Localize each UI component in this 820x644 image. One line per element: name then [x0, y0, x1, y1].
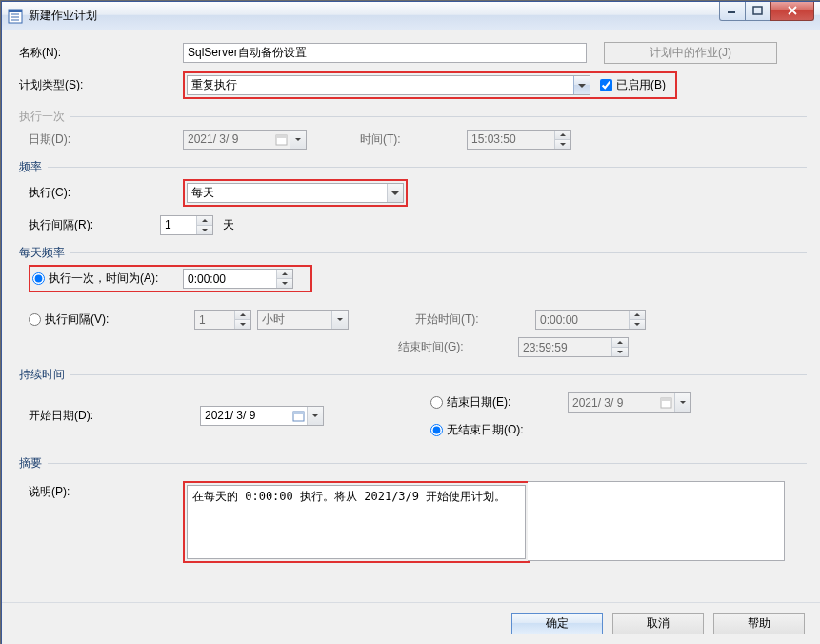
daily-every-unit: 小时: [257, 310, 349, 330]
dialog-content: 名称(N): 计划中的作业(J) 计划类型(S): 重复执行 已启用(B): [2, 30, 820, 644]
recurs-label: 执行间隔(R):: [29, 217, 160, 233]
start-date-label: 开始日期(D):: [29, 408, 183, 424]
svg-rect-6: [753, 7, 762, 14]
recurs-spin[interactable]: 1: [160, 215, 213, 235]
titlebar[interactable]: 新建作业计划: [2, 2, 820, 30]
occurs-label: 执行(C):: [29, 185, 183, 201]
help-button[interactable]: 帮助: [713, 613, 805, 634]
dialog-footer: 确定 取消 帮助: [2, 602, 820, 644]
calendar-icon: [658, 393, 674, 412]
daily-once-time[interactable]: 0:00:00: [183, 269, 293, 289]
window-title: 新建作业计划: [29, 8, 720, 24]
chevron-down-icon[interactable]: [387, 184, 403, 202]
chevron-down-icon: [234, 320, 250, 329]
chevron-up-icon: [629, 311, 645, 320]
daily-end-time: 23:59:59: [518, 337, 629, 357]
ok-button[interactable]: 确定: [511, 613, 603, 634]
chevron-up-icon[interactable]: [196, 216, 212, 226]
no-end-date-radio[interactable]: 无结束日期(O):: [430, 422, 691, 438]
occurs-combo[interactable]: 每天: [187, 183, 404, 203]
once-section: 执行一次: [19, 109, 807, 125]
occurs-highlight: 每天: [183, 179, 408, 207]
calendar-icon: [273, 131, 290, 149]
description-highlight: [183, 481, 530, 563]
end-date-radio[interactable]: 结束日期(E):: [430, 394, 550, 411]
schedule-type-label: 计划类型(S):: [19, 77, 183, 93]
close-button[interactable]: [770, 2, 814, 21]
daily-once-highlight: 执行一次，时间为(A): 0:00:00: [29, 265, 312, 292]
summary-section: 摘要: [19, 455, 807, 472]
svg-rect-12: [661, 398, 671, 401]
calendar-icon: [290, 407, 307, 425]
frequency-section: 频率: [19, 159, 807, 175]
app-icon: [8, 9, 23, 24]
daily-start-label: 开始时间(T):: [415, 312, 518, 328]
daily-section: 每天频率: [19, 245, 807, 261]
svg-rect-1: [9, 10, 22, 12]
duration-section: 持续时间: [19, 367, 807, 383]
maximize-button[interactable]: [745, 2, 771, 21]
chevron-down-icon: [629, 320, 645, 329]
description-text: [187, 485, 526, 559]
schedule-type-highlight: 重复执行 已启用(B): [183, 71, 677, 99]
once-date-label: 日期(D):: [29, 131, 183, 148]
once-time-label: 时间(T):: [360, 131, 467, 148]
chevron-down-icon: [611, 348, 628, 356]
daily-once-radio[interactable]: 执行一次，时间为(A):: [32, 271, 183, 287]
chevron-down-icon[interactable]: [307, 407, 323, 425]
schedule-dialog: 新建作业计划 名称(N): 计划中的作业(J) 计划类型(S): 重复执行: [1, 1, 820, 644]
once-date-input: 2021/ 3/ 9: [183, 130, 307, 150]
chevron-down-icon: [290, 131, 306, 149]
daily-every-radio[interactable]: 执行间隔(V):: [29, 312, 177, 328]
name-input[interactable]: [183, 43, 587, 63]
chevron-down-icon[interactable]: [196, 226, 212, 234]
chevron-up-icon: [234, 311, 250, 320]
once-time-input: 15:03:50: [467, 130, 571, 150]
minimize-button[interactable]: [719, 2, 746, 21]
schedule-type-combo[interactable]: 重复执行: [187, 75, 590, 95]
chevron-up-icon: [611, 338, 628, 348]
svg-rect-10: [293, 412, 304, 414]
daily-end-label: 结束时间(G):: [398, 339, 501, 355]
svg-rect-5: [728, 11, 735, 13]
cancel-button[interactable]: 取消: [612, 613, 704, 634]
name-label: 名称(N):: [19, 45, 183, 61]
enabled-checkbox[interactable]: 已启用(B): [600, 77, 666, 93]
chevron-down-icon: [554, 140, 570, 149]
daily-start-time: 0:00:00: [535, 310, 646, 330]
chevron-up-icon[interactable]: [276, 270, 292, 279]
description-label: 说明(P):: [29, 481, 183, 500]
description-text-ext: [528, 481, 785, 561]
svg-rect-8: [276, 135, 287, 138]
chevron-down-icon[interactable]: [276, 279, 292, 288]
start-date-input[interactable]: 2021/ 3/ 9: [200, 406, 324, 426]
end-date-input: 2021/ 3/ 9: [568, 392, 691, 413]
chevron-down-icon: [331, 311, 348, 329]
recurs-unit: 天: [223, 217, 234, 233]
chevron-up-icon: [554, 131, 570, 140]
chevron-down-icon[interactable]: [573, 76, 590, 94]
chevron-down-icon: [674, 393, 690, 412]
jobs-in-schedule-button[interactable]: 计划中的作业(J): [604, 42, 777, 64]
daily-every-value: 1: [194, 310, 251, 330]
